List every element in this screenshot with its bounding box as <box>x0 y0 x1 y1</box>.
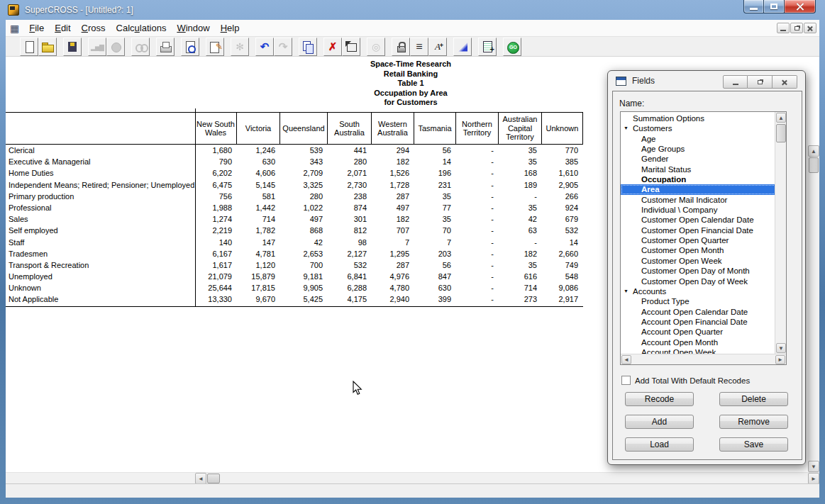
fields-scroll-right-button[interactable]: ► <box>775 355 785 364</box>
maximize-button[interactable] <box>764 0 784 13</box>
fields-list-hscrollbar[interactable]: ◄ ► <box>621 354 786 364</box>
add-table-button[interactable] <box>478 38 497 56</box>
drill-button[interactable] <box>367 38 385 56</box>
save-button[interactable]: Save <box>719 437 788 452</box>
mdi-restore-button[interactable] <box>790 23 803 33</box>
row-label[interactable]: Clerical <box>6 145 195 156</box>
menu-cross[interactable]: Cross <box>77 21 111 35</box>
bar-chart-button[interactable] <box>88 38 106 56</box>
field-item[interactable]: Customer Mail Indicator <box>621 195 776 205</box>
fields-scroll-up-button[interactable]: ▲ <box>776 113 786 123</box>
field-item[interactable]: Account Open Financial Date <box>621 317 776 327</box>
row-label[interactable]: Home Duties <box>6 167 195 179</box>
menu-help[interactable]: Help <box>216 21 245 35</box>
field-options-button[interactable] <box>410 38 428 56</box>
print-button[interactable] <box>156 38 175 56</box>
font-button[interactable] <box>428 38 447 56</box>
field-item[interactable]: Age Groups <box>621 144 776 154</box>
column-header[interactable]: Western Australia <box>372 113 414 144</box>
row-label[interactable]: Executive & Managerial <box>6 156 195 167</box>
column-header[interactable]: Queensland <box>280 113 328 144</box>
add-total-checkbox[interactable] <box>621 376 631 385</box>
field-item[interactable]: ▼Accounts <box>621 286 776 296</box>
delete-button[interactable]: Delete <box>719 392 788 406</box>
load-button[interactable]: Load <box>625 437 694 452</box>
field-item[interactable]: Marital Status <box>621 164 776 174</box>
pie-chart-button[interactable] <box>106 38 125 56</box>
field-item[interactable]: Area <box>621 184 776 194</box>
row-label[interactable]: Self employed <box>6 225 195 236</box>
copy-button[interactable] <box>299 38 317 56</box>
field-item[interactable]: Account Open Quarter <box>621 327 776 337</box>
menu-window[interactable]: Window <box>172 21 214 35</box>
field-item[interactable]: Customer Open Quarter <box>621 235 776 245</box>
transpose-button[interactable] <box>342 38 360 56</box>
scroll-up-button[interactable]: ▲ <box>808 145 819 157</box>
collapse-triangle-icon[interactable]: ▼ <box>624 286 629 296</box>
fields-minimize-button[interactable] <box>723 75 748 89</box>
find-button[interactable] <box>131 38 150 56</box>
mdi-minimize-button[interactable] <box>777 23 790 33</box>
vertical-scroll-thumb[interactable] <box>809 157 819 173</box>
column-header[interactable]: New South Wales <box>195 113 237 144</box>
field-item[interactable]: Customer Open Day of Week <box>621 276 776 286</box>
save-button[interactable] <box>63 38 82 56</box>
row-label[interactable]: Staff <box>6 237 195 248</box>
field-item[interactable]: Summation Options <box>621 113 776 123</box>
fields-close-button[interactable] <box>773 75 797 89</box>
field-item[interactable]: Customer Open Day of Month <box>621 266 776 276</box>
scroll-left-button[interactable]: ◄ <box>195 473 206 484</box>
field-item[interactable]: Account Open Calendar Date <box>621 307 776 317</box>
column-header[interactable]: South Australia <box>328 113 372 144</box>
column-header[interactable]: Victoria <box>237 113 280 144</box>
field-item[interactable]: Product Type <box>621 296 776 306</box>
row-label[interactable]: Primary production <box>6 191 195 202</box>
go-button[interactable] <box>503 38 521 56</box>
fields-scroll-left-button[interactable]: ◄ <box>621 355 631 364</box>
column-header[interactable]: Australian Capital Territory <box>499 113 542 144</box>
minimize-button[interactable] <box>743 0 764 13</box>
recode-button[interactable]: Recode <box>625 392 694 406</box>
field-item[interactable]: Customer Open Financial Date <box>621 225 776 235</box>
add-button[interactable]: Add <box>625 415 694 429</box>
remove-button[interactable]: Remove <box>719 415 788 429</box>
scroll-right-button[interactable]: ► <box>808 473 819 484</box>
delete-button[interactable] <box>323 38 342 56</box>
column-header[interactable]: Tasmania <box>414 113 456 144</box>
edit-table-button[interactable] <box>206 38 224 56</box>
field-item[interactable]: Customer Open Calendar Date <box>621 215 776 225</box>
menu-calculations[interactable]: Calculations <box>111 21 172 35</box>
document-icon[interactable]: ▦ <box>10 23 19 34</box>
new-document-button[interactable] <box>20 38 38 56</box>
column-header[interactable]: Unknown <box>542 113 583 144</box>
scroll-down-button[interactable]: ▼ <box>808 461 819 472</box>
undo-button[interactable] <box>255 38 274 56</box>
field-item[interactable]: Individual \ Company <box>621 205 776 215</box>
lock-button[interactable] <box>392 38 410 56</box>
derivations-button[interactable] <box>231 38 249 56</box>
close-button[interactable] <box>784 0 816 13</box>
open-file-button[interactable] <box>38 38 57 56</box>
row-label[interactable]: Professional <box>6 202 195 213</box>
field-item[interactable]: ▼Customers <box>621 123 776 133</box>
fields-scroll-down-button[interactable]: ▼ <box>776 343 786 353</box>
menu-edit[interactable]: Edit <box>50 21 75 35</box>
field-item[interactable]: Customer Open Month <box>621 245 776 255</box>
column-header[interactable]: Northern Territory <box>456 113 499 144</box>
row-label[interactable]: Not Applicable <box>6 293 195 305</box>
field-item[interactable]: Account Open Month <box>621 337 776 347</box>
menu-file[interactable]: File <box>24 21 49 35</box>
row-label[interactable]: Transport & Recreation <box>6 259 195 271</box>
field-item[interactable]: Gender <box>621 154 776 164</box>
fields-maximize-button[interactable] <box>748 75 773 89</box>
row-label[interactable]: Unknown <box>6 282 195 293</box>
mdi-close-button[interactable] <box>804 23 816 33</box>
horizontal-scrollbar[interactable]: ◄ ► <box>6 472 819 483</box>
vertical-scrollbar[interactable]: ▲ ▼ <box>808 145 819 472</box>
row-label[interactable]: Tradesmen <box>6 248 195 259</box>
collapse-triangle-icon[interactable]: ▼ <box>624 123 629 133</box>
print-preview-button[interactable] <box>181 38 199 56</box>
map-button[interactable] <box>453 38 472 56</box>
fields-list-vscrollbar[interactable]: ▲ ▼ <box>775 112 786 354</box>
field-item[interactable]: Customer Open Week <box>621 256 776 266</box>
